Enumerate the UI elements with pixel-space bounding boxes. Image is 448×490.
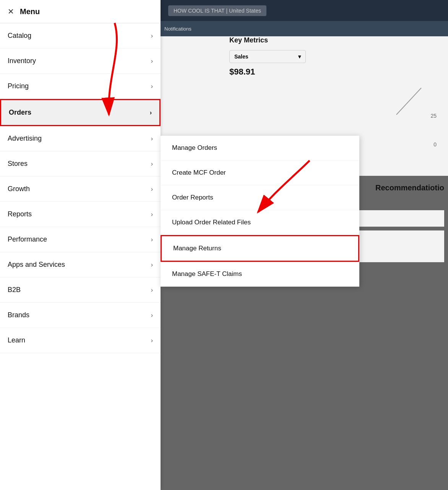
- close-icon[interactable]: ✕: [8, 7, 14, 16]
- key-metrics-title: Key Metrics: [229, 36, 440, 44]
- advertising-label: Advertising: [8, 135, 42, 143]
- sidebar-item-apps-services[interactable]: Apps and Services ›: [0, 252, 161, 277]
- sidebar-item-reports[interactable]: Reports ›: [0, 202, 161, 227]
- recommendation-label: Recommendatio: [375, 183, 435, 192]
- sales-value: $98.91: [229, 67, 440, 77]
- sidebar-item-growth[interactable]: Growth ›: [0, 177, 161, 202]
- b2b-label: B2B: [8, 286, 21, 294]
- sidebar-item-performance[interactable]: Performance ›: [0, 227, 161, 252]
- chevron-right-icon: ›: [151, 287, 153, 294]
- catalog-label: Catalog: [8, 32, 31, 40]
- store-badge: HOW COOL IS THAT | United States: [168, 5, 266, 16]
- chart-visual: [394, 86, 425, 117]
- svg-line-0: [396, 88, 421, 115]
- sales-dropdown[interactable]: Sales ▾: [229, 50, 306, 63]
- submenu-item-manage-safet-claims[interactable]: Manage SAFE-T Claims: [161, 262, 359, 287]
- chevron-right-icon: ›: [150, 109, 152, 116]
- chevron-right-icon: ›: [151, 337, 153, 344]
- chevron-right-icon: ›: [151, 312, 153, 319]
- reports-label: Reports: [8, 210, 32, 218]
- sidebar-item-brands[interactable]: Brands ›: [0, 303, 161, 328]
- metric-number-1: 25: [430, 113, 437, 119]
- orders-label: Orders: [9, 109, 31, 117]
- chevron-right-icon: ›: [151, 161, 153, 167]
- chevron-right-icon: ›: [151, 83, 153, 90]
- pricing-label: Pricing: [8, 82, 29, 90]
- key-metrics-section: Key Metrics Sales ▾ $98.91: [229, 36, 440, 77]
- inventory-label: Inventory: [8, 57, 36, 65]
- chevron-right-icon: ›: [151, 236, 153, 243]
- annotation-arrow-2: [237, 153, 321, 231]
- brands-label: Brands: [8, 311, 29, 319]
- apps-services-label: Apps and Services: [8, 261, 65, 269]
- sidebar-item-learn[interactable]: Learn ›: [0, 328, 161, 353]
- performance-label: Performance: [8, 235, 47, 243]
- annotation-arrow-1: [76, 19, 138, 128]
- submenu-item-manage-returns[interactable]: Manage Returns: [161, 235, 359, 262]
- chevron-right-icon: ›: [151, 58, 153, 65]
- sidebar-item-advertising[interactable]: Advertising ›: [0, 126, 161, 151]
- separator: |: [226, 8, 229, 14]
- chevron-right-icon: ›: [151, 135, 153, 142]
- growth-label: Growth: [8, 185, 30, 193]
- chevron-right-icon: ›: [151, 32, 153, 39]
- sales-label: Sales: [234, 54, 248, 60]
- menu-title: Menu: [20, 7, 40, 16]
- store-name: HOW COOL IS THAT: [174, 8, 225, 14]
- chevron-right-icon: ›: [151, 211, 153, 218]
- store-location: United States: [229, 8, 261, 14]
- learn-label: Learn: [8, 336, 25, 344]
- recommendation-text: Recommendatiotio: [375, 183, 444, 192]
- notifications-label: Notifications: [164, 26, 192, 32]
- chevron-down-icon: ▾: [298, 54, 301, 60]
- sidebar-item-stores[interactable]: Stores ›: [0, 151, 161, 177]
- sidebar-item-b2b[interactable]: B2B ›: [0, 277, 161, 303]
- chevron-right-icon: ›: [151, 261, 153, 268]
- stores-label: Stores: [8, 160, 28, 168]
- chevron-right-icon: ›: [151, 186, 153, 193]
- metric-number-2: 0: [433, 141, 437, 148]
